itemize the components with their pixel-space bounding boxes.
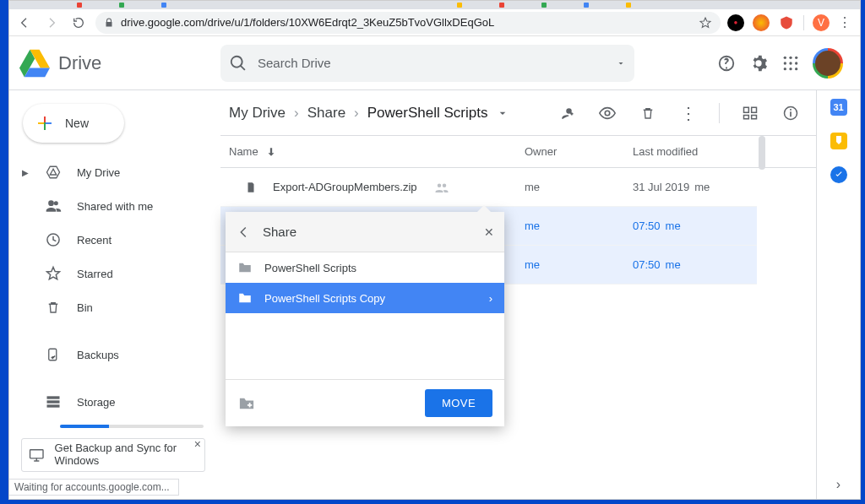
browser-status-bar: Waiting for accounts.google.com... xyxy=(9,479,179,496)
share-icon[interactable] xyxy=(557,103,577,123)
starred-icon xyxy=(45,265,62,282)
side-panel: 31 › xyxy=(816,90,860,499)
move-popover: Share ✕ PowerShell Scripts PowerShell Sc… xyxy=(226,212,504,426)
backup-banner[interactable]: Get Backup and Sync for Windows × xyxy=(21,438,205,472)
popover-title: Share xyxy=(263,225,472,239)
svg-point-7 xyxy=(784,68,786,70)
scrollbar[interactable] xyxy=(759,136,765,170)
browser-back-icon[interactable] xyxy=(14,13,35,33)
file-owner: me xyxy=(525,219,633,232)
svg-rect-12 xyxy=(47,396,60,398)
preview-icon[interactable] xyxy=(597,103,617,123)
drive-logo[interactable]: Drive xyxy=(19,48,214,79)
sidebar-item-backups[interactable]: Backups xyxy=(18,339,209,371)
backup-banner-text: Get Backup and Sync for Windows xyxy=(55,442,198,468)
sidebar-item-shared[interactable]: Shared with me xyxy=(18,190,209,222)
help-icon[interactable] xyxy=(716,53,737,73)
svg-point-15 xyxy=(605,111,610,116)
my-drive-icon xyxy=(45,165,62,180)
chevron-right-icon: › xyxy=(294,105,299,122)
col-modified[interactable]: Last modified xyxy=(633,145,816,158)
ext-icon-2[interactable] xyxy=(753,14,770,31)
bin-icon xyxy=(45,300,62,315)
recent-icon xyxy=(45,231,62,248)
svg-point-1 xyxy=(784,56,786,58)
zip-icon xyxy=(244,181,258,194)
svg-point-3 xyxy=(795,56,797,58)
breadcrumb-menu-icon[interactable] xyxy=(496,106,509,120)
drive-top-bar: Drive Search Drive xyxy=(9,36,860,90)
browser-toolbar: drive.google.com/drive/u/1/folders/10XW6… xyxy=(9,9,860,36)
more-icon[interactable]: ⋮ xyxy=(678,103,699,123)
browser-tab-strip xyxy=(9,1,860,9)
details-icon[interactable] xyxy=(781,103,801,123)
search-input[interactable]: Search Drive xyxy=(220,45,634,82)
svg-point-8 xyxy=(789,68,792,70)
breadcrumb-1[interactable]: Share xyxy=(307,105,345,122)
side-panel-expand-icon[interactable]: › xyxy=(836,477,841,492)
move-folder-item[interactable]: PowerShell Scripts Copy › xyxy=(226,283,504,313)
sidebar-item-recent[interactable]: Recent xyxy=(18,224,209,256)
move-button[interactable]: MOVE xyxy=(425,389,492,417)
column-header-row: Name Owner Last modified xyxy=(220,136,816,168)
ext-divider xyxy=(803,15,804,30)
sidebar-item-bin[interactable]: Bin xyxy=(18,291,209,323)
banner-close-icon[interactable]: × xyxy=(194,437,201,451)
file-modified-by: me xyxy=(666,219,681,232)
browser-forward-icon[interactable] xyxy=(41,13,62,33)
file-owner: me xyxy=(525,181,633,193)
new-folder-icon[interactable] xyxy=(237,396,256,411)
browser-extensions: ● V ⋮ xyxy=(727,14,855,31)
expand-icon[interactable]: ▶ xyxy=(21,168,30,177)
popover-close-icon[interactable]: ✕ xyxy=(484,225,494,239)
file-modified: 07:50 xyxy=(633,258,661,271)
browser-profile-badge[interactable]: V xyxy=(813,14,830,31)
sort-arrow-icon[interactable] xyxy=(265,146,277,158)
sidebar-item-storage[interactable]: Storage xyxy=(18,386,209,418)
drive-product-name: Drive xyxy=(58,52,101,74)
storage-icon xyxy=(45,393,62,410)
breadcrumb-0[interactable]: My Drive xyxy=(229,105,286,122)
shared-icon xyxy=(45,198,62,214)
popover-back-icon[interactable] xyxy=(236,225,251,240)
delete-icon[interactable] xyxy=(638,103,658,123)
file-modified: 07:50 xyxy=(633,219,661,232)
folder-icon xyxy=(237,291,253,305)
file-name: Export-ADGroupMembers.zip xyxy=(273,181,417,193)
tasks-icon[interactable] xyxy=(830,166,847,183)
move-folder-item[interactable]: PowerShell Scripts xyxy=(226,252,504,283)
file-row[interactable]: Export-ADGroupMembers.zip me 31 Jul 2019… xyxy=(220,168,757,207)
calendar-icon[interactable]: 31 xyxy=(830,99,847,116)
apps-icon[interactable] xyxy=(781,53,801,73)
col-owner[interactable]: Owner xyxy=(525,145,633,158)
search-icon xyxy=(229,54,248,73)
svg-point-2 xyxy=(789,56,792,58)
desktop-icon xyxy=(29,447,45,463)
lock-icon xyxy=(104,17,114,29)
svg-point-4 xyxy=(784,62,786,64)
svg-rect-13 xyxy=(47,400,60,403)
chevron-right-icon: › xyxy=(489,292,492,305)
backups-icon xyxy=(45,347,62,362)
col-name[interactable]: Name xyxy=(229,145,258,158)
storage-bar xyxy=(60,425,204,428)
browser-menu-icon[interactable]: ⋮ xyxy=(838,14,851,30)
sidebar-item-my-drive[interactable]: ▶ My Drive xyxy=(18,156,209,188)
new-button[interactable]: New xyxy=(23,104,124,143)
svg-rect-17 xyxy=(30,450,43,458)
view-toggle-icon[interactable] xyxy=(740,103,760,123)
keep-icon[interactable] xyxy=(830,133,847,149)
main-pane: My Drive › Share › PowerShell Scripts ⋮ xyxy=(220,90,816,499)
ext-icon-1[interactable]: ● xyxy=(727,14,744,31)
sidebar-item-starred[interactable]: Starred xyxy=(18,257,209,290)
search-options-icon[interactable] xyxy=(616,58,626,68)
breadcrumb-row: My Drive › Share › PowerShell Scripts ⋮ xyxy=(220,90,816,136)
breadcrumb-2[interactable]: PowerShell Scripts xyxy=(367,105,488,122)
svg-rect-14 xyxy=(47,404,60,407)
browser-reload-icon[interactable] xyxy=(68,13,89,33)
ext-icon-3[interactable] xyxy=(778,14,795,31)
account-avatar[interactable] xyxy=(813,48,843,79)
settings-icon[interactable] xyxy=(748,53,769,73)
browser-address-bar[interactable]: drive.google.com/drive/u/1/folders/10XW6… xyxy=(95,12,721,34)
star-icon[interactable] xyxy=(699,16,712,30)
